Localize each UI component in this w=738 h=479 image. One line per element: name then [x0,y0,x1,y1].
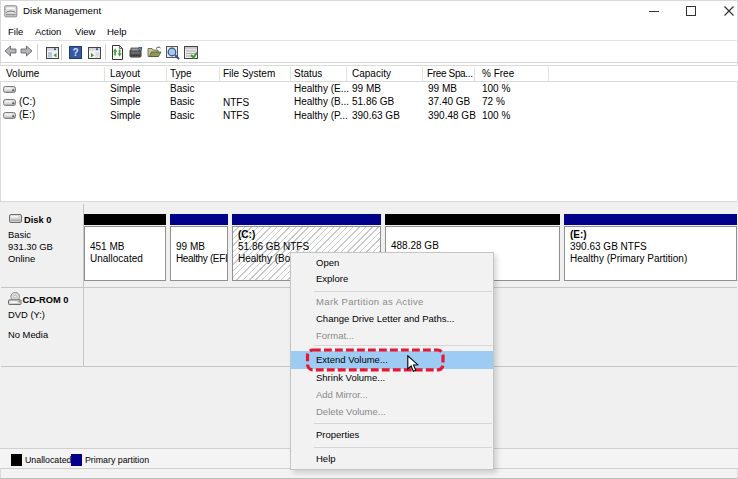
svg-text:?: ? [72,47,78,58]
